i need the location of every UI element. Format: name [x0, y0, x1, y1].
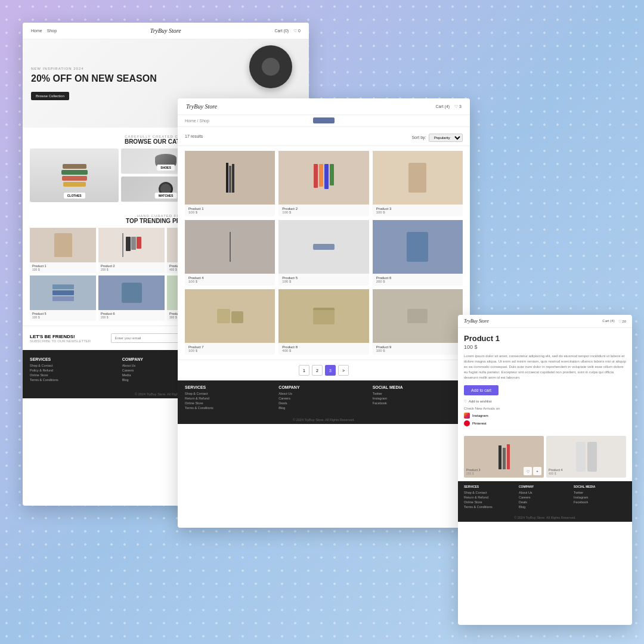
- shop-info-2: Product 2 100 $: [278, 205, 369, 216]
- p3-company-2[interactable]: Careers: [519, 496, 571, 499]
- shop-info-4: Product 4 100 $: [185, 274, 275, 286]
- instagram-link[interactable]: Instagram: [464, 413, 626, 419]
- pagination: 1 2 3 >: [178, 360, 470, 380]
- p3-services-4[interactable]: Terms & Conditions: [464, 505, 516, 509]
- nav-home[interactable]: Home: [31, 29, 42, 33]
- p2-social-2[interactable]: Instagram: [373, 397, 463, 400]
- p2-services-4[interactable]: Terms & Conditions: [185, 406, 275, 410]
- page3-wishlist[interactable]: ♡ 20: [618, 319, 626, 323]
- product-card-1[interactable]: Product 1 100 $: [30, 228, 96, 273]
- clothes-stack: [61, 164, 88, 187]
- detail-product-desc: Lorem ipsum dolor sit amet, consectetur …: [464, 354, 626, 380]
- related-product-3[interactable]: Product 3 200 $ ♡ +: [464, 436, 544, 478]
- product-img-6: [98, 275, 165, 310]
- p2-footer-social: SOCIAL MEDIA Twitter Instagram Facebook: [373, 385, 463, 411]
- page2-cart-icon[interactable]: Cart (4): [435, 104, 450, 109]
- add-to-cart-button[interactable]: Add to cart: [464, 385, 499, 395]
- p2-company-title: COMPANY: [278, 385, 369, 389]
- page3-logo[interactable]: TryBuy Store: [464, 318, 489, 324]
- p2-company-3[interactable]: Deals: [278, 401, 369, 405]
- jeans-s1: [313, 244, 335, 250]
- p2-company-2[interactable]: Careers: [278, 397, 369, 400]
- product-price-1: 100 $: [32, 268, 94, 271]
- pinterest-link[interactable]: Pinterest: [464, 420, 626, 426]
- p2-services-1[interactable]: Shop & Contact: [185, 392, 275, 395]
- hanging-rod: [230, 232, 231, 262]
- page2-shop: TryBuy Store Cart (4) ♡ 3 Home / Shop 17…: [178, 98, 470, 528]
- footer-services-link-4[interactable]: Terms & Conditions: [30, 378, 117, 382]
- shop-product-2[interactable]: Product 2 100 $: [278, 151, 369, 216]
- p3-social-2[interactable]: Instagram: [574, 496, 626, 499]
- page3-footer: SERVICES Shop & Contact Return & Refund …: [458, 481, 632, 513]
- p2-social-3[interactable]: Facebook: [373, 401, 463, 405]
- page1-logo[interactable]: TryBuy Store: [150, 27, 181, 34]
- p3-company-3[interactable]: Deals: [519, 500, 571, 504]
- p2-company-4[interactable]: Blog: [278, 406, 369, 410]
- page3-cart[interactable]: Cart (4): [602, 319, 614, 323]
- shop-product-img-1: [185, 151, 275, 205]
- p2-services-3[interactable]: Online Store: [185, 401, 275, 405]
- shop-product-img-7: [185, 289, 275, 343]
- shop-product-1[interactable]: Product 1 100 $: [185, 151, 275, 216]
- p3-company-1[interactable]: About Us: [519, 491, 571, 494]
- product-price-5: 100 $: [32, 315, 94, 319]
- p3-services-2[interactable]: Return & Refund: [464, 496, 516, 499]
- shop-product-3[interactable]: Product 3 100 $: [373, 151, 463, 216]
- rack-dark-2: [229, 166, 231, 193]
- p3-services-1[interactable]: Shop & Contact: [464, 491, 516, 494]
- detail-product-price: 100 $: [464, 344, 626, 350]
- jeans-2: [52, 290, 74, 295]
- p2-social-1[interactable]: Twitter: [373, 392, 463, 395]
- cart-icon[interactable]: Cart (0): [274, 29, 289, 33]
- footer-services-link-2[interactable]: Policy & Refund: [30, 369, 117, 372]
- wishlist-link[interactable]: ♡ Add to wishlist: [464, 399, 626, 403]
- p3-social-3[interactable]: Facebook: [574, 500, 626, 504]
- page-next[interactable]: >: [338, 365, 349, 376]
- category-clothes[interactable]: CLOTHES: [30, 148, 119, 202]
- detail-product-name: Product 1: [464, 334, 626, 343]
- footer-services-link-3[interactable]: Online Store: [30, 373, 117, 377]
- nav-shop[interactable]: Shop: [47, 29, 57, 33]
- page2-wishlist-icon[interactable]: ♡ 3: [454, 104, 462, 109]
- hero-text: NEW INSPIRATION 2024 20% OFF ON NEW SEAS…: [31, 67, 301, 100]
- related-product-4[interactable]: Product 4 400 $: [546, 436, 626, 478]
- cart-btn-3[interactable]: +: [533, 467, 541, 475]
- sort-controls: Sort by: Popularity: [411, 131, 463, 142]
- p3-company-4[interactable]: Blog: [519, 505, 571, 509]
- rack-dark-1: [226, 163, 228, 193]
- shop-product-5[interactable]: Product 5 100 $: [278, 220, 369, 286]
- page2-logo[interactable]: TryBuy Store: [186, 103, 217, 110]
- shop-rack-item-2: [319, 164, 323, 187]
- shop-product-6[interactable]: Product 6 200 $: [373, 220, 463, 286]
- product-info-2: Product 2 200 $: [98, 262, 165, 273]
- shop-info-9: Product 9 100 $: [373, 343, 463, 355]
- product-card-2[interactable]: Product 2 200 $: [98, 228, 165, 273]
- page-1[interactable]: 1: [299, 365, 309, 376]
- shop-product-4[interactable]: Product 4 100 $: [185, 220, 275, 286]
- shop-product-7[interactable]: Product 7 100 $: [185, 289, 275, 355]
- product-card-5[interactable]: Product 5 100 $: [30, 275, 96, 321]
- page-2[interactable]: 2: [312, 365, 323, 376]
- shop-product-8[interactable]: Product 8 400 $: [278, 289, 369, 355]
- wishlist-text: Add to wishlist: [469, 400, 491, 403]
- p3-services-3[interactable]: Online Store: [464, 500, 516, 504]
- p3-company-title: COMPANY: [519, 485, 571, 488]
- page-3[interactable]: 3: [325, 365, 336, 376]
- p2-footer-company: COMPANY About Us Careers Deals Blog: [278, 385, 369, 411]
- p2-company-1[interactable]: About Us: [278, 392, 369, 395]
- footer-services: SERVICES Shop & Contact Policy & Refund …: [30, 357, 117, 383]
- p2-services-2[interactable]: Return & Refund: [185, 397, 275, 400]
- product-card-6[interactable]: Product 6 200 $: [98, 275, 165, 321]
- r-rack-1: [499, 445, 501, 469]
- scene: Home Shop TryBuy Store Cart (0) ♡ 0 NEW …: [0, 0, 644, 644]
- wishlist-btn-3[interactable]: ♡: [524, 467, 532, 475]
- sort-select[interactable]: Popularity: [429, 134, 463, 142]
- shop-info-6: Product 6 200 $: [373, 274, 463, 286]
- shop-product-9[interactable]: Product 9 100 $: [373, 289, 463, 355]
- wishlist-icon[interactable]: ♡ 0: [293, 29, 301, 33]
- footer-services-link-1[interactable]: Shop & Contact: [30, 364, 117, 367]
- p3-social-1[interactable]: Twitter: [574, 491, 626, 494]
- browse-collection-button[interactable]: Browse Collection: [31, 92, 69, 100]
- box-7-1: [217, 309, 230, 323]
- shop-product-img-5: [278, 220, 369, 274]
